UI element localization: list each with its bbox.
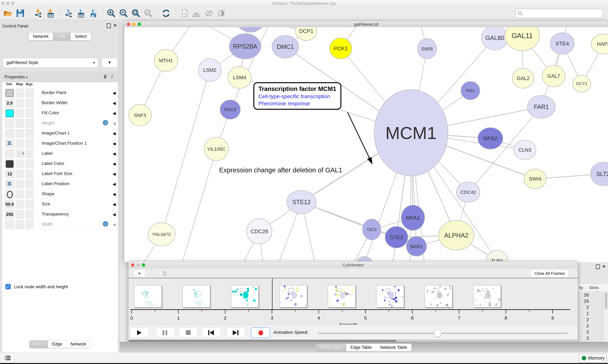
default-cell[interactable] [5,129,14,138]
default-value-swatch[interactable] [6,160,14,168]
frame-thumbnail-2[interactable] [231,285,259,308]
hide-selected-icon[interactable] [205,9,214,18]
skip-end-button[interactable] [227,328,245,338]
table-vertical-scrollbar[interactable] [604,292,608,342]
column-header[interactable]: Stres [589,285,599,290]
network-node-mth1[interactable]: MTH1 [154,50,178,72]
first-neighbors-icon[interactable] [192,9,201,18]
network-node-ste2[interactable]: STE2 [385,226,408,248]
bypass-cell[interactable] [26,99,34,107]
pause-button[interactable] [156,328,175,338]
network-node-cln3[interactable]: CLN3 [514,140,536,160]
network-node-rps28a[interactable]: RPS28A [229,34,261,59]
bypass-cell[interactable] [26,169,34,178]
default-cell[interactable] [5,109,14,118]
property-row-label-font-size[interactable]: 12Label Font Size◀ [2,169,118,179]
network-node-gal7[interactable]: GAL7 [542,65,565,87]
network-node-dmc1[interactable]: DMC1 [272,35,299,58]
property-row-label-position[interactable]: Label Position◀ [2,179,118,189]
import-network-icon[interactable] [34,9,43,18]
expand-property-icon[interactable]: ◀ [112,171,116,176]
style-selector[interactable]: galFiltered Style ▾ [2,58,98,68]
property-row-transparency[interactable]: 255Transparency◀ [2,209,118,220]
default-cell[interactable] [5,220,14,229]
timeline-playhead[interactable] [272,278,273,310]
cyanimator-titlebar[interactable]: CyAnimator [128,261,578,269]
skip-start-button[interactable] [202,328,221,338]
column-header[interactable]: ity [579,285,583,290]
mapping-cell[interactable] [16,200,24,209]
property-row-width[interactable]: Widthi◀ [2,219,118,230]
frame-thumbnail-6[interactable] [425,285,453,308]
network-node-mcm1[interactable]: MCM1 [374,90,448,176]
export-image-icon[interactable] [89,9,98,18]
network-node-cdc28[interactable]: CDC28 [247,219,272,244]
timeline-horizontal-scrollbar[interactable] [128,339,578,342]
bypass-cell[interactable] [26,89,34,97]
network-node-ste12[interactable]: STE12 [287,190,316,214]
network-node-gcy1[interactable]: GCY1 [573,75,591,92]
network-node-alpha2[interactable]: ALPHA2 [439,221,474,250]
default-cell[interactable] [5,89,14,97]
refresh-layout-icon[interactable] [162,9,171,18]
property-row-border-paint[interactable]: Border Paint◀ [2,88,118,98]
annotation-link[interactable]: Pheromone response [258,100,336,106]
expand-property-icon[interactable]: ◀ [112,111,116,116]
annotation-link[interactable]: Cell-type-specific transcription [258,93,336,99]
default-cell[interactable]: 12 [5,169,14,178]
default-cell[interactable]: 50.0 [5,200,14,209]
search-input[interactable] [524,10,601,17]
export-network-icon[interactable] [64,9,73,18]
animation-speed-slider[interactable] [318,333,568,334]
collapse-all-icon[interactable]: ≪ [110,74,115,79]
default-cell[interactable] [5,159,14,168]
network-node-swi4[interactable]: SWI4 [524,169,546,189]
expand-property-icon[interactable]: ◀ [112,202,116,207]
panel-tab-node[interactable]: Node [29,340,48,348]
frame-thumbnail-3[interactable] [279,285,307,308]
expand-property-icon[interactable]: ◀ [112,141,116,146]
default-cell[interactable] [5,139,14,148]
position-icon[interactable] [7,141,11,145]
properties-header[interactable]: Properties ▾ ≫ ≪ [2,72,118,82]
property-row-shape[interactable]: Shape◀ [2,189,118,199]
frame-thumbnail-7[interactable] [473,285,501,308]
play-button[interactable] [130,328,149,338]
table-tab-network-table[interactable]: Network Table [376,344,411,351]
import-table-icon[interactable] [46,9,55,18]
table-tab-node-table[interactable]: Node Table [316,344,346,351]
bypass-cell[interactable] [26,210,34,219]
default-value-text[interactable]: 2.0 [5,101,14,106]
slider-thumb[interactable] [434,330,442,337]
network-node-slt2[interactable]: SLT2 [591,162,608,186]
network-node-gic2[interactable]: GIC2 [363,219,381,240]
tab-style[interactable]: Style [53,33,71,40]
tab-network[interactable]: Network [29,33,53,40]
network-node-cdc42[interactable]: CDC42 [456,182,480,202]
export-table-icon[interactable] [76,9,85,18]
frame-thumbnail-0[interactable] [134,285,162,308]
bypass-cell[interactable] [26,139,34,148]
copy-network-icon[interactable] [180,9,189,18]
bypass-cell[interactable] [26,200,34,209]
zoom-fit-icon[interactable] [131,9,141,18]
record-button[interactable] [251,328,270,338]
network-node-pdc5[interactable]: PDC5 [220,100,240,119]
property-row-size[interactable]: 50.0Size◀ [2,199,118,209]
frame-thumbnail-5[interactable] [376,285,404,308]
network-node-gal2[interactable]: GAL2 [512,68,534,88]
network-node-tup1[interactable]: TUP1 [486,250,508,262]
property-row-border-width[interactable]: 2.0Border Width◀ [2,98,118,108]
delete-frame-button[interactable] [159,270,170,277]
network-node-ynl047c[interactable]: YNL047C [148,223,175,246]
expand-property-icon[interactable]: ◀ [112,192,116,197]
mapping-cell[interactable] [16,190,24,199]
network-node-rps28b[interactable] [235,27,266,32]
network-node-dcp1[interactable]: DCP1 [295,27,317,40]
frames-timeline[interactable]: 0123456789Seconds [128,278,578,325]
lock-size-checkbox[interactable]: ✓ [5,284,11,289]
info-icon[interactable]: i [103,221,108,227]
info-icon[interactable]: i [103,120,108,125]
frame-thumbnail-4[interactable] [328,285,356,308]
position-icon[interactable] [7,182,11,186]
